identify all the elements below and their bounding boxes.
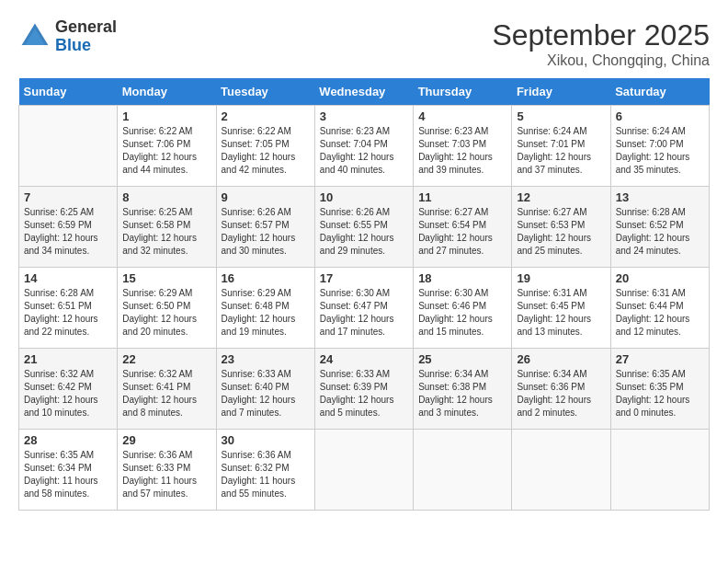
calendar-cell: 15Sunrise: 6:29 AM Sunset: 6:50 PM Dayli… [118, 268, 216, 349]
day-number: 8 [122, 190, 210, 204]
day-number: 9 [222, 190, 310, 204]
header-cell-saturday: Saturday [610, 78, 709, 106]
day-number: 25 [418, 352, 506, 366]
day-number: 29 [122, 433, 210, 447]
calendar-cell: 24Sunrise: 6:33 AM Sunset: 6:39 PM Dayli… [314, 349, 413, 430]
day-info: Sunrise: 6:28 AM Sunset: 6:52 PM Dayligh… [616, 206, 704, 258]
day-info: Sunrise: 6:35 AM Sunset: 6:35 PM Dayligh… [616, 368, 704, 419]
day-number: 23 [222, 352, 310, 366]
calendar-cell: 5Sunrise: 6:24 AM Sunset: 7:01 PM Daylig… [512, 106, 610, 187]
calendar-cell [414, 430, 512, 511]
calendar-cell: 6Sunrise: 6:24 AM Sunset: 7:00 PM Daylig… [610, 106, 709, 187]
calendar-table: SundayMondayTuesdayWednesdayThursdayFrid… [18, 78, 710, 511]
header-row: SundayMondayTuesdayWednesdayThursdayFrid… [19, 78, 710, 106]
calendar-cell: 3Sunrise: 6:23 AM Sunset: 7:04 PM Daylig… [314, 106, 413, 187]
day-number: 10 [320, 190, 408, 204]
day-number: 28 [24, 433, 112, 447]
day-info: Sunrise: 6:30 AM Sunset: 6:46 PM Dayligh… [418, 287, 506, 339]
day-info: Sunrise: 6:31 AM Sunset: 6:44 PM Dayligh… [616, 287, 704, 339]
day-info: Sunrise: 6:34 AM Sunset: 6:38 PM Dayligh… [418, 368, 506, 419]
day-info: Sunrise: 6:36 AM Sunset: 6:33 PM Dayligh… [122, 449, 210, 500]
calendar-cell: 14Sunrise: 6:28 AM Sunset: 6:51 PM Dayli… [19, 268, 118, 349]
day-number: 11 [418, 190, 506, 204]
day-number: 2 [222, 109, 310, 123]
month-title: September 2025 [492, 18, 710, 52]
calendar-cell: 22Sunrise: 6:32 AM Sunset: 6:41 PM Dayli… [118, 349, 216, 430]
week-row-1: 7Sunrise: 6:25 AM Sunset: 6:59 PM Daylig… [19, 187, 710, 268]
day-info: Sunrise: 6:34 AM Sunset: 6:36 PM Dayligh… [517, 368, 605, 419]
calendar-cell: 23Sunrise: 6:33 AM Sunset: 6:40 PM Dayli… [216, 349, 314, 430]
calendar-cell: 9Sunrise: 6:26 AM Sunset: 6:57 PM Daylig… [216, 187, 314, 268]
day-info: Sunrise: 6:25 AM Sunset: 6:58 PM Dayligh… [122, 206, 210, 258]
header-cell-tuesday: Tuesday [216, 78, 314, 106]
calendar-cell [19, 106, 118, 187]
day-number: 20 [616, 271, 704, 285]
day-info: Sunrise: 6:33 AM Sunset: 6:39 PM Dayligh… [320, 368, 408, 419]
day-info: Sunrise: 6:32 AM Sunset: 6:41 PM Dayligh… [122, 368, 210, 419]
calendar-cell: 19Sunrise: 6:31 AM Sunset: 6:45 PM Dayli… [512, 268, 610, 349]
calendar-cell: 25Sunrise: 6:34 AM Sunset: 6:38 PM Dayli… [414, 349, 512, 430]
header-cell-sunday: Sunday [19, 78, 118, 106]
day-number: 30 [222, 433, 310, 447]
calendar-cell [314, 430, 413, 511]
day-info: Sunrise: 6:24 AM Sunset: 7:00 PM Dayligh… [616, 125, 704, 177]
week-row-0: 1Sunrise: 6:22 AM Sunset: 7:06 PM Daylig… [19, 106, 710, 187]
calendar-cell: 20Sunrise: 6:31 AM Sunset: 6:44 PM Dayli… [610, 268, 709, 349]
day-number: 15 [122, 271, 210, 285]
day-info: Sunrise: 6:30 AM Sunset: 6:47 PM Dayligh… [320, 287, 408, 339]
calendar-body: 1Sunrise: 6:22 AM Sunset: 7:06 PM Daylig… [19, 106, 710, 511]
calendar-cell: 8Sunrise: 6:25 AM Sunset: 6:58 PM Daylig… [118, 187, 216, 268]
day-info: Sunrise: 6:32 AM Sunset: 6:42 PM Dayligh… [24, 368, 112, 419]
calendar-cell: 4Sunrise: 6:23 AM Sunset: 7:03 PM Daylig… [414, 106, 512, 187]
week-row-3: 21Sunrise: 6:32 AM Sunset: 6:42 PM Dayli… [19, 349, 710, 430]
week-row-4: 28Sunrise: 6:35 AM Sunset: 6:34 PM Dayli… [19, 430, 710, 511]
header-cell-monday: Monday [118, 78, 216, 106]
calendar-header: SundayMondayTuesdayWednesdayThursdayFrid… [19, 78, 710, 106]
day-info: Sunrise: 6:27 AM Sunset: 6:54 PM Dayligh… [418, 206, 506, 258]
day-info: Sunrise: 6:23 AM Sunset: 7:04 PM Dayligh… [320, 125, 408, 177]
calendar-cell: 7Sunrise: 6:25 AM Sunset: 6:59 PM Daylig… [19, 187, 118, 268]
calendar-cell: 16Sunrise: 6:29 AM Sunset: 6:48 PM Dayli… [216, 268, 314, 349]
day-info: Sunrise: 6:28 AM Sunset: 6:51 PM Dayligh… [24, 287, 112, 339]
day-info: Sunrise: 6:23 AM Sunset: 7:03 PM Dayligh… [418, 125, 506, 177]
calendar-cell: 13Sunrise: 6:28 AM Sunset: 6:52 PM Dayli… [610, 187, 709, 268]
day-number: 17 [320, 271, 408, 285]
title-block: September 2025 Xikou, Chongqing, China [492, 18, 710, 69]
day-number: 5 [517, 109, 605, 123]
logo: General Blue [18, 18, 117, 55]
calendar-cell [610, 430, 709, 511]
day-number: 24 [320, 352, 408, 366]
calendar-cell: 30Sunrise: 6:36 AM Sunset: 6:32 PM Dayli… [216, 430, 314, 511]
day-number: 3 [320, 109, 408, 123]
day-number: 1 [122, 109, 210, 123]
calendar-cell: 29Sunrise: 6:36 AM Sunset: 6:33 PM Dayli… [118, 430, 216, 511]
week-row-2: 14Sunrise: 6:28 AM Sunset: 6:51 PM Dayli… [19, 268, 710, 349]
day-number: 26 [517, 352, 605, 366]
day-number: 14 [24, 271, 112, 285]
calendar-cell: 26Sunrise: 6:34 AM Sunset: 6:36 PM Dayli… [512, 349, 610, 430]
calendar-cell: 27Sunrise: 6:35 AM Sunset: 6:35 PM Dayli… [610, 349, 709, 430]
calendar-cell [512, 430, 610, 511]
day-info: Sunrise: 6:26 AM Sunset: 6:57 PM Dayligh… [222, 206, 310, 258]
day-info: Sunrise: 6:31 AM Sunset: 6:45 PM Dayligh… [517, 287, 605, 339]
day-number: 7 [24, 190, 112, 204]
calendar-cell: 11Sunrise: 6:27 AM Sunset: 6:54 PM Dayli… [414, 187, 512, 268]
day-info: Sunrise: 6:24 AM Sunset: 7:01 PM Dayligh… [517, 125, 605, 177]
calendar-cell: 12Sunrise: 6:27 AM Sunset: 6:53 PM Dayli… [512, 187, 610, 268]
day-number: 18 [418, 271, 506, 285]
calendar-cell: 21Sunrise: 6:32 AM Sunset: 6:42 PM Dayli… [19, 349, 118, 430]
day-info: Sunrise: 6:33 AM Sunset: 6:40 PM Dayligh… [222, 368, 310, 419]
day-info: Sunrise: 6:26 AM Sunset: 6:55 PM Dayligh… [320, 206, 408, 258]
header-cell-wednesday: Wednesday [314, 78, 413, 106]
day-number: 6 [616, 109, 704, 123]
logo-text: General Blue [55, 18, 117, 55]
calendar-cell: 28Sunrise: 6:35 AM Sunset: 6:34 PM Dayli… [19, 430, 118, 511]
day-info: Sunrise: 6:25 AM Sunset: 6:59 PM Dayligh… [24, 206, 112, 258]
header-cell-friday: Friday [512, 78, 610, 106]
page-header: General Blue September 2025 Xikou, Chong… [18, 18, 710, 69]
logo-icon [18, 20, 51, 53]
calendar-cell: 1Sunrise: 6:22 AM Sunset: 7:06 PM Daylig… [118, 106, 216, 187]
day-info: Sunrise: 6:22 AM Sunset: 7:06 PM Dayligh… [122, 125, 210, 177]
day-number: 19 [517, 271, 605, 285]
calendar-cell: 18Sunrise: 6:30 AM Sunset: 6:46 PM Dayli… [414, 268, 512, 349]
